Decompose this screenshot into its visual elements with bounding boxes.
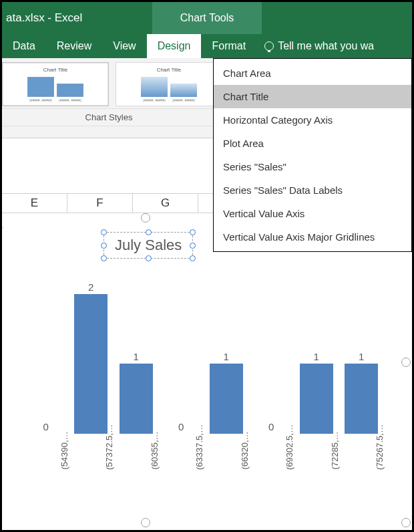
- tab-design[interactable]: Design: [147, 34, 202, 58]
- bar-series: 02101011: [23, 280, 384, 434]
- thumb-bar: [170, 84, 197, 97]
- dropdown-item-v-gridlines[interactable]: Vertical Value Axis Major Gridlines: [214, 225, 411, 249]
- chart-elements-dropdown[interactable]: Chart Area Chart Title Horizontal Catego…: [213, 58, 412, 252]
- data-label: 1: [314, 351, 319, 362]
- thumb-bar: [57, 84, 83, 97]
- tab-format[interactable]: Format: [201, 34, 256, 58]
- bar-wrap: 0: [249, 280, 294, 434]
- chart-title-text: July Sales: [115, 237, 182, 253]
- title-handle[interactable]: [101, 243, 107, 249]
- thumb-title: Chart Title: [43, 67, 67, 73]
- category-label: (72285,…: [317, 418, 327, 462]
- title-handle[interactable]: [101, 255, 107, 261]
- thumb-bar: [141, 77, 168, 97]
- col-E[interactable]: E: [2, 194, 67, 213]
- lightbulb-icon: [264, 41, 274, 51]
- tab-view[interactable]: View: [102, 34, 146, 58]
- thumb-cat-label: (#####, #####): [141, 98, 168, 102]
- dropdown-item-series[interactable]: Series "Sales": [214, 155, 411, 178]
- title-handle[interactable]: [190, 243, 196, 249]
- ribbon-group-label: Chart Styles: [2, 112, 216, 122]
- bar-wrap: 0: [159, 280, 204, 434]
- chart-tools-label: Chart Tools: [152, 2, 262, 34]
- dropdown-item-h-axis[interactable]: Horizontal Category Axis: [214, 108, 411, 132]
- tell-me[interactable]: Tell me what you wa: [256, 34, 374, 58]
- bar-wrap: 0: [23, 280, 69, 434]
- data-label: 1: [359, 351, 364, 362]
- chart-title[interactable]: July Sales: [104, 232, 193, 259]
- category-label: (57372.5,…: [91, 418, 101, 463]
- bar-wrap: 1: [114, 280, 159, 434]
- category-label: (69302.5,…: [271, 418, 281, 463]
- title-handle[interactable]: [190, 255, 196, 261]
- titlebar: ata.xlsx - Excel Chart Tools: [2, 2, 412, 34]
- chart-style-thumb-2[interactable]: Chart Title (#####, #####) (#####, #####…: [116, 62, 222, 106]
- data-label: 1: [134, 351, 139, 362]
- ribbon-tabs: Data Review View Design Format Tell me w…: [2, 34, 412, 58]
- category-label: (60355,…: [136, 418, 146, 462]
- thumb-title: Chart Title: [157, 67, 181, 73]
- title-handle[interactable]: [146, 255, 152, 261]
- dropdown-item-chart-area[interactable]: Chart Area: [214, 61, 411, 85]
- thumb-bars: [141, 74, 197, 97]
- plot-area[interactable]: 02101011: [23, 280, 384, 434]
- selection-handle[interactable]: [401, 358, 411, 367]
- category-axis[interactable]: (54390,…(57372.5,…(60355,…(63337.5,…(663…: [23, 440, 384, 450]
- dropdown-item-plot-area[interactable]: Plot Area: [214, 132, 411, 155]
- tab-data[interactable]: Data: [2, 34, 46, 58]
- dropdown-item-series-labels[interactable]: Series "Sales" Data Labels: [214, 178, 411, 202]
- bar-wrap: 1: [294, 280, 339, 434]
- thumb-bar: [27, 77, 54, 97]
- thumb-cat-label: (#####, #####): [57, 98, 83, 102]
- selection-handle[interactable]: [141, 518, 150, 527]
- category-label: (66320,…: [226, 418, 236, 462]
- category-label: (75267.5,…: [361, 418, 371, 463]
- tab-review[interactable]: Review: [46, 34, 102, 58]
- category-label: (54390,…: [46, 418, 56, 462]
- window-title: ata.xlsx - Excel: [2, 11, 152, 25]
- dropdown-item-chart-title[interactable]: Chart Title: [214, 85, 411, 108]
- chart-object[interactable]: July Sales 02101011 (54390,…(57372.5,…(6…: [3, 213, 411, 527]
- bar-wrap: 1: [339, 280, 385, 434]
- dropdown-item-v-axis[interactable]: Vertical Value Axis: [214, 202, 411, 225]
- tell-me-label: Tell me what you wa: [278, 40, 374, 52]
- thumb-cat-label: (#####, #####): [170, 98, 197, 102]
- category-label: (63337.5,…: [181, 418, 191, 463]
- title-handle[interactable]: [190, 229, 196, 235]
- col-F[interactable]: F: [67, 194, 133, 213]
- bar[interactable]: [74, 294, 108, 434]
- selection-handle[interactable]: [141, 213, 150, 223]
- title-handle[interactable]: [101, 229, 107, 235]
- thumb-cat-label: (#####, #####): [27, 98, 54, 102]
- data-label: 2: [88, 281, 93, 293]
- selection-handle[interactable]: [401, 518, 411, 527]
- thumb-bars: [27, 74, 83, 97]
- data-label: 1: [224, 351, 229, 362]
- title-handle[interactable]: [146, 229, 152, 235]
- col-G[interactable]: G: [133, 194, 198, 213]
- bar-wrap: 2: [69, 280, 114, 434]
- chart-style-thumb-1[interactable]: Chart Title (#####, #####) (#####, #####…: [2, 62, 109, 106]
- bar-wrap: 1: [204, 280, 249, 434]
